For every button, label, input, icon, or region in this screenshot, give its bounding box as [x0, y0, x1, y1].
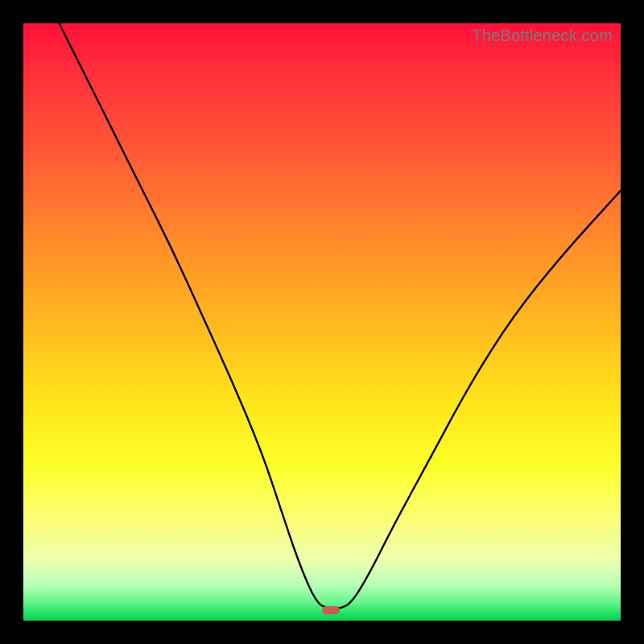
bottleneck-curve — [23, 23, 621, 621]
plot-area: TheBottleneck.com — [23, 23, 621, 621]
chart-frame: TheBottleneck.com — [0, 0, 644, 644]
optimal-marker — [322, 606, 340, 614]
